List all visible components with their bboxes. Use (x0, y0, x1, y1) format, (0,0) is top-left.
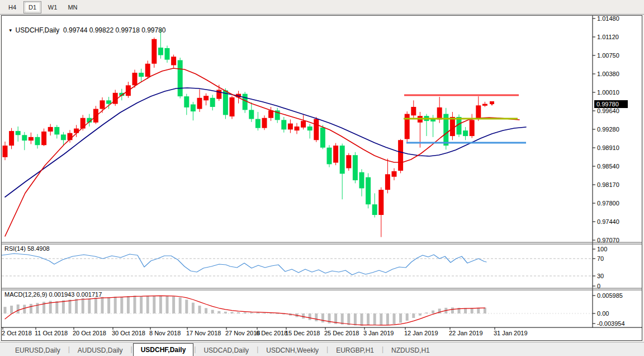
chart-tab-bar: EURUSD,Daily|AUDUSD,Daily|USDCHF,Daily|U… (0, 342, 644, 356)
tab-separator: | (68, 345, 70, 353)
symbol-label: USDCHF,Daily (16, 26, 60, 34)
time-axis-label: 6 Dec 2018 (256, 330, 287, 336)
ohlc-close: 0.99780 (141, 26, 165, 34)
ma-fast-line (5, 68, 519, 236)
price-tick-label: 0.98540 (597, 163, 619, 170)
tab-separator: | (382, 345, 383, 353)
price-tick-label: 0.97800 (597, 200, 619, 207)
macd-tick-label: 0.00 (597, 310, 609, 317)
time-axis-label: 30 Oct 2018 (112, 330, 145, 336)
ohlc-open: 0.99744 (63, 26, 87, 34)
price-tick-label: 1.00380 (597, 71, 619, 77)
price-tick-label: 1.01120 (597, 34, 619, 40)
time-axis-label: 20 Oct 2018 (73, 330, 106, 336)
tab-usdcnh-weekly[interactable]: USDCNH,Weekly (259, 344, 326, 356)
rsi-tick-label: 30 (597, 273, 604, 279)
tab-separator: | (257, 345, 258, 353)
price-tick-label: 1.00010 (597, 89, 619, 96)
time-axis-label: 12 Jan 2019 (404, 330, 438, 336)
time-axis-label: 27 Nov 2018 (225, 330, 260, 336)
candles (3, 29, 487, 237)
price-tick-label: 0.99640 (597, 107, 619, 114)
rsi-indicator-label: RSI(14) 58.4908 (4, 245, 50, 252)
tab-audusd-daily[interactable]: AUDUSD,Daily (70, 344, 130, 356)
price-tick-label: 0.98910 (597, 144, 619, 151)
time-axis-label: 22 Jan 2019 (449, 330, 483, 336)
tab-separator: | (326, 345, 328, 353)
price-tick-label: 0.97070 (597, 237, 619, 243)
time-axis-label: 11 Oct 2018 (35, 330, 68, 336)
time-axis-label: 31 Jan 2019 (494, 330, 528, 336)
tab-eurusd-daily[interactable]: EURUSD,Daily (8, 344, 68, 356)
chart-symbol-header: ▼USDCHF,Daily 0.99744 0.99822 0.99718 0.… (4, 18, 166, 34)
time-axis-label: 15 Dec 2018 (285, 330, 320, 336)
ohlc-low: 0.99718 (115, 26, 139, 34)
time-axis-label: 3 Jan 2019 (363, 330, 394, 336)
rsi-tick-label: 100 (597, 246, 607, 252)
time-axis-label: 8 Nov 2018 (149, 330, 181, 336)
tab-separator: | (131, 345, 132, 353)
tab-usdchf-daily[interactable]: USDCHF,Daily (133, 343, 194, 356)
price-tick-label: 0.98170 (597, 181, 619, 188)
price-tick-label: 1.01480 (597, 15, 619, 22)
price-tick-label: 0.97440 (597, 218, 619, 225)
tab-usdcad-daily[interactable]: USDCAD,Daily (196, 344, 256, 356)
time-axis-label: 25 Dec 2018 (324, 330, 359, 336)
price-marker-arrow (490, 101, 494, 106)
price-tick-label: 0.99280 (597, 126, 619, 133)
current-price-badge: 0.99780 (594, 100, 628, 108)
time-axis-label: 2 Oct 2018 (2, 330, 32, 336)
tab-nzdusd-h1[interactable]: NZDUSD,H1 (384, 344, 437, 356)
symbol-dropdown-icon[interactable]: ▼ (8, 28, 13, 33)
rsi-tick-label: 70 (597, 255, 604, 262)
rsi-tick-label: 0 (597, 283, 600, 289)
macd-indicator-label: MACD(12,26,9) 0.001943 0.001717 (4, 291, 102, 298)
ohlc-high: 0.99822 (89, 26, 113, 34)
macd-tick-label: -0.003954 (597, 320, 625, 327)
price-tick-label: 1.00750 (597, 52, 619, 59)
tab-separator: | (194, 345, 196, 353)
rsi-line (2, 254, 486, 275)
macd-tick-label: 0.005985 (597, 292, 623, 299)
tab-eurgbp-h1[interactable]: EURGBP,H1 (329, 344, 381, 356)
chart-canvas (0, 0, 644, 356)
time-axis-label: 17 Nov 2018 (186, 330, 221, 336)
